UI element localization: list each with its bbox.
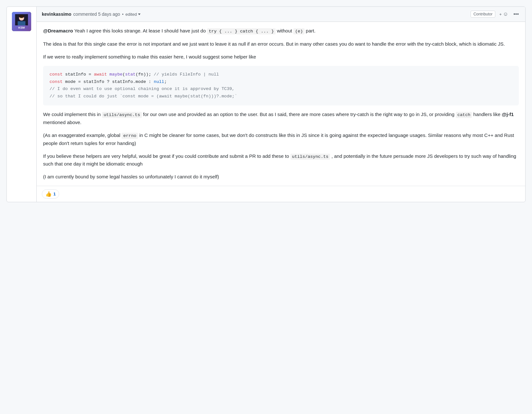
code-comment-2: // I do even want to use optional chaini… [50,86,234,91]
p4-text3: handlers like [472,112,502,117]
comment-header-right: Contributor + ☺ ••• [471,10,520,18]
p4-text2: for our own use and provided as an optio… [142,112,456,117]
page-wrapper: KSM kevinkassimo commented 5 days ago • … [0,0,532,209]
paragraph-7: (I am currently bound by some legal hass… [43,173,519,181]
p6-text1: If you believe these helpers are very he… [43,153,290,159]
code-line-4: // so that I could do just `const mode =… [50,93,512,100]
edited-label: edited [125,12,137,17]
code-line-1: const statInfo = await maybe(stat(fn)); … [50,71,512,78]
p4-text1: We could implement this in [43,112,102,117]
comment-author[interactable]: kevinkassimo [42,12,71,17]
emoji-icon: ☺ [503,11,508,17]
fn-stat: stat [125,72,135,77]
code-comment-1: // yields FileInfo | null [154,72,219,77]
edited-dropdown[interactable]: edited [125,12,141,17]
kw-await: await [94,72,110,77]
plus-icon: + [499,12,502,17]
thumbsup-emoji: 👍 [45,191,52,197]
p4-text4: mentioned above. [43,120,81,125]
comment-main: kevinkassimo commented 5 days ago • edit… [36,7,525,202]
p1-text2: without [276,28,294,33]
thumbsup-count: 1 [53,192,56,196]
code-semi: ; [164,79,167,84]
code-eq-1: = [89,72,94,77]
avatar-col: KSM [7,7,31,202]
p5-text1: (As an exaggerated example, global [43,132,122,138]
paragraph-1: @Dreamacro Yeah I agree this looks stran… [43,27,519,35]
p1-code2: (e) [293,28,304,34]
add-reaction-button[interactable]: + ☺ [498,10,509,18]
code-paren-1: ( [123,72,125,77]
p6-code1: utils/async.ts [290,154,330,160]
thumbsup-reaction-button[interactable]: 👍 1 [42,189,59,199]
avatar: KSM [12,12,31,31]
paragraph-3: If we were to really implement something… [43,53,519,61]
kw-const-2: const [50,79,63,84]
code-fn-args: (fn)); [135,72,154,77]
avatar-image: KSM [12,12,31,31]
code-mode: mode = statInfo ? statInfo.mode : [63,79,154,84]
contributor-badge: Contributor [471,11,495,18]
fn-maybe: maybe [109,72,123,77]
svg-point-4 [19,15,24,18]
avatar-label: KSM [18,26,25,29]
p1-text3: part. [305,28,316,33]
code-comment-3: // so that I could do just `const mode =… [50,94,237,99]
code-null: null [154,79,164,84]
mention-dreamacro[interactable]: @Dreamacro [43,28,73,33]
paragraph-2: The idea is that for this single case th… [43,40,519,48]
code-block: const statInfo = await maybe(stat(fn)); … [43,66,519,106]
chevron-down-icon [138,14,141,15]
comment-header-left: kevinkassimo commented 5 days ago • edit… [42,12,141,17]
p4-code1: utils/async.ts [102,112,142,118]
paragraph-6: If you believe these helpers are very he… [43,152,519,168]
code-line-3: // I do even want to use optional chaini… [50,86,512,93]
svg-rect-2 [18,21,25,25]
p1-code1: try { ... } catch { ... } [207,28,276,34]
code-statInfo: statInfo [63,72,89,77]
ellipsis-icon: ••• [513,11,519,17]
more-options-button[interactable]: ••• [512,10,520,18]
p5-code1: errno [122,133,138,139]
p4-code2: catch [456,112,472,118]
mention-j-f1[interactable]: @j-f1 [502,112,514,117]
code-line-2: const mode = statInfo ? statInfo.mode : … [50,78,512,86]
comment-container: KSM kevinkassimo commented 5 days ago • … [6,6,526,202]
comment-body: @Dreamacro Yeah I agree this looks stran… [37,22,525,186]
comment-meta: commented 5 days ago [73,12,120,17]
bullet-separator: • [122,12,124,17]
reactions-bar: 👍 1 [37,186,525,202]
kw-const-1: const [50,72,63,77]
comment-header: kevinkassimo commented 5 days ago • edit… [37,7,525,22]
p1-text1: Yeah I agree this looks strange. At leas… [73,28,207,33]
paragraph-5: (As an exaggerated example, global errno… [43,131,519,147]
paragraph-4: We could implement this in utils/async.t… [43,111,519,126]
